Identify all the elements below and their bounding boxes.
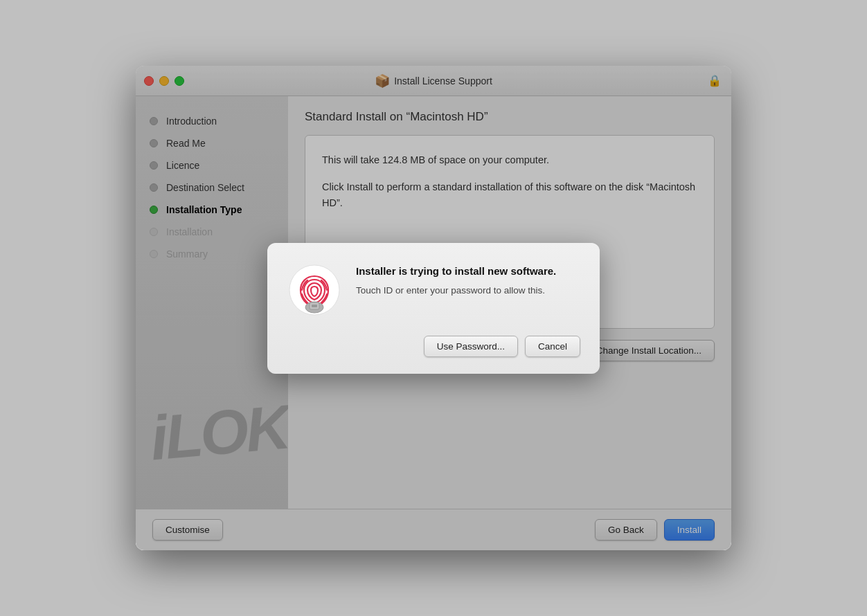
svg-rect-3	[312, 305, 317, 307]
installer-window: 📦 Install License Support 🔒 Introduction…	[136, 66, 731, 550]
modal-subtitle: Touch ID or enter your password to allow…	[356, 284, 580, 298]
auth-modal: Installer is trying to install new softw…	[267, 243, 600, 374]
modal-title: Installer is trying to install new softw…	[356, 264, 580, 278]
modal-body: Installer is trying to install new softw…	[287, 264, 580, 319]
modal-icon	[287, 264, 342, 319]
modal-text-block: Installer is trying to install new softw…	[356, 264, 580, 298]
use-password-button[interactable]: Use Password...	[424, 336, 518, 357]
modal-buttons: Use Password... Cancel	[287, 336, 580, 357]
fingerprint-icon	[287, 264, 342, 319]
cancel-button[interactable]: Cancel	[525, 336, 580, 357]
modal-overlay: Installer is trying to install new softw…	[136, 66, 731, 550]
